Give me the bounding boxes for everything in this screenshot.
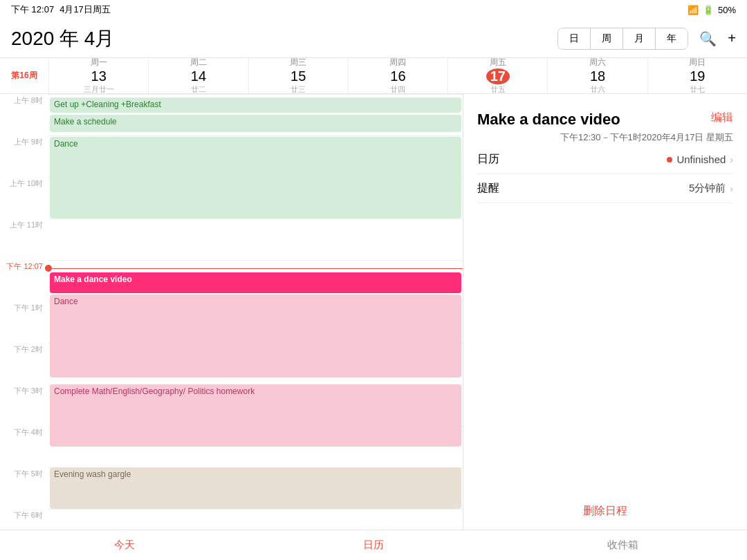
event-get-up[interactable]: Get up +Cleaning +Breakfast bbox=[50, 97, 461, 113]
time-slot-3pm: 下午 3时 bbox=[0, 384, 48, 426]
time-slot-1pm: 下午 1时 bbox=[0, 301, 48, 343]
calendar-label: 日历 bbox=[477, 152, 499, 167]
view-btn-year[interactable]: 年 bbox=[656, 28, 688, 49]
status-bar: 下午 12:07 4月17日周五 📶 🔋 50% bbox=[0, 0, 747, 19]
hour-line-6pm bbox=[48, 509, 463, 510]
reminder-value-area: 5分钟前 › bbox=[689, 182, 733, 195]
calendar-chevron-icon: › bbox=[730, 154, 733, 165]
time-grid: 上午 8时 上午 9时 上午 10时 上午 11时 下午 12:07 下午 1时… bbox=[0, 94, 463, 530]
calendar-scroll[interactable]: 上午 8时 上午 9时 上午 10时 上午 11时 下午 12:07 下午 1时… bbox=[0, 94, 463, 530]
day-col-17[interactable]: 周五 17 廿五 bbox=[448, 58, 547, 93]
calendar-value: Unfinished bbox=[676, 153, 726, 165]
day-columns: Get up +Cleaning +Breakfast Make a sched… bbox=[48, 94, 463, 530]
search-button[interactable]: 🔍 bbox=[699, 30, 717, 47]
tab-today[interactable]: 今天 bbox=[0, 539, 249, 552]
edit-button[interactable]: 编辑 bbox=[711, 111, 733, 125]
tab-calendar[interactable]: 日历 bbox=[249, 539, 498, 552]
tab-inbox[interactable]: 收件箱 bbox=[498, 539, 747, 552]
header: 2020 年 4月 日 周 月 年 🔍 + bbox=[0, 19, 747, 58]
week-label: 第16周 bbox=[0, 58, 48, 93]
reminder-chevron-icon: › bbox=[730, 183, 733, 194]
event-make-schedule[interactable]: Make a schedule bbox=[50, 115, 461, 132]
battery-level: 50% bbox=[718, 5, 736, 15]
event-evening[interactable]: Evening wash gargle bbox=[50, 467, 461, 509]
calendar-value-area: Unfinished › bbox=[667, 153, 733, 165]
time-slot-6pm: 下午 6时 bbox=[0, 509, 48, 530]
event-homework[interactable]: Complete Math/English/Geography/ Politic… bbox=[50, 384, 461, 447]
detail-panel: Make a dance video 编辑 2020年4月17日 星期五 下午1… bbox=[463, 94, 747, 530]
time-slot-11am: 上午 11时 bbox=[0, 218, 48, 260]
time-slot-4pm: 下午 4时 bbox=[0, 426, 48, 467]
event-dance-morning[interactable]: Dance bbox=[50, 137, 461, 218]
hour-line-8 bbox=[48, 94, 463, 95]
detail-date-text: 2020年4月17日 星期五 bbox=[642, 131, 733, 144]
hour-line-9 bbox=[48, 136, 463, 136]
day-col-18[interactable]: 周六 18 廿六 bbox=[547, 58, 647, 93]
time-slot-5pm: 下午 5时 bbox=[0, 467, 48, 509]
day-col-15[interactable]: 周三 15 廿三 bbox=[248, 58, 348, 93]
day-col-19[interactable]: 周日 19 廿七 bbox=[647, 58, 747, 93]
battery-icon: 🔋 bbox=[703, 5, 714, 15]
hour-line-12 bbox=[48, 260, 463, 261]
reminder-label: 提醒 bbox=[477, 181, 499, 196]
tab-bar: 今天 日历 收件箱 bbox=[0, 530, 747, 560]
current-time-dot bbox=[45, 265, 52, 272]
time-slot-9am: 上午 9时 bbox=[0, 136, 48, 177]
event-dance-video[interactable]: Make a dance video bbox=[50, 272, 461, 293]
time-gutter: 上午 8时 上午 9时 上午 10时 上午 11时 下午 12:07 下午 1时… bbox=[0, 94, 48, 530]
status-right: 📶 🔋 50% bbox=[688, 5, 736, 15]
current-time-line bbox=[48, 265, 463, 272]
event-dance-afternoon[interactable]: Dance bbox=[50, 295, 461, 377]
hour-line-11 bbox=[48, 218, 463, 219]
view-switcher: 日 周 月 年 bbox=[557, 28, 688, 50]
view-btn-week[interactable]: 周 bbox=[591, 28, 623, 49]
status-left: 下午 12:07 4月17日周五 bbox=[11, 3, 111, 16]
day-col-14[interactable]: 周二 14 廿二 bbox=[148, 58, 248, 93]
delete-button[interactable]: 删除日程 bbox=[463, 504, 747, 519]
reminder-value: 5分钟前 bbox=[689, 182, 726, 195]
time-slot-10am: 上午 10时 bbox=[0, 177, 48, 218]
detail-row-calendar[interactable]: 日历 Unfinished › bbox=[477, 145, 733, 174]
header-icons: 🔍 + bbox=[699, 30, 736, 47]
day-col-13[interactable]: 周一 13 三月廿一 bbox=[48, 58, 148, 93]
view-btn-month[interactable]: 月 bbox=[623, 28, 656, 49]
day-col-16[interactable]: 周四 16 廿四 bbox=[348, 58, 448, 93]
year-month-title: 2020 年 4月 bbox=[11, 26, 557, 52]
add-button[interactable]: + bbox=[728, 30, 736, 47]
day-header: 第16周 周一 13 三月廿一 周二 14 廿二 周三 15 廿三 周四 16 … bbox=[0, 58, 747, 94]
status-time: 下午 12:07 bbox=[11, 3, 54, 16]
calendar-dot bbox=[667, 157, 672, 162]
time-slot-2pm: 下午 2时 bbox=[0, 343, 48, 384]
status-date: 4月17日周五 bbox=[59, 3, 111, 16]
time-slot-current: 下午 12:07 bbox=[0, 260, 48, 301]
detail-time-range: 下午12:30－下午1时 bbox=[560, 131, 642, 144]
main-area: 上午 8时 上午 9时 上午 10时 上午 11时 下午 12:07 下午 1时… bbox=[0, 94, 747, 530]
detail-row-reminder[interactable]: 提醒 5分钟前 › bbox=[477, 174, 733, 203]
detail-title: Make a dance video bbox=[477, 111, 733, 129]
current-time-line-bar bbox=[52, 268, 463, 269]
view-btn-day[interactable]: 日 bbox=[558, 28, 591, 49]
time-slot-8am: 上午 8时 bbox=[0, 94, 48, 136]
wifi-icon: 📶 bbox=[688, 5, 699, 15]
